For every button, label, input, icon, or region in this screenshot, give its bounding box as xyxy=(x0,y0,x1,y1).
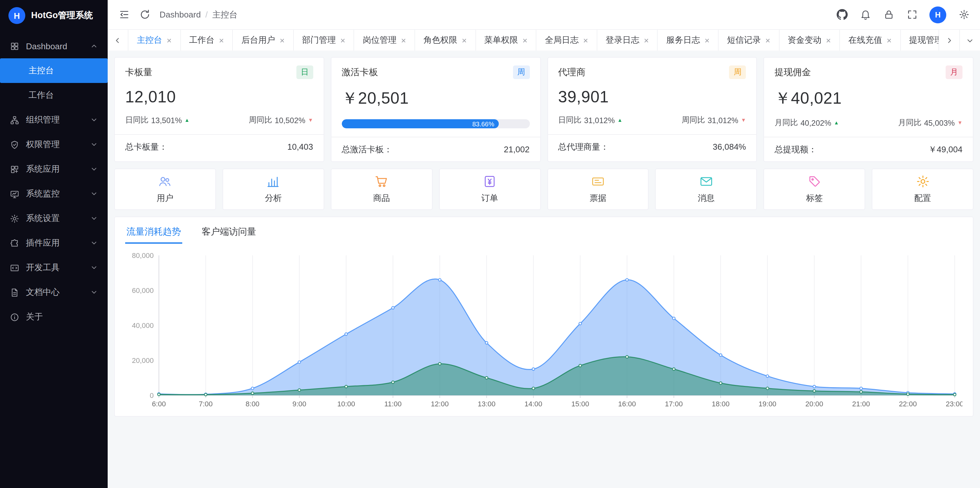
svg-text:80,000: 80,000 xyxy=(132,252,154,260)
close-icon[interactable]: × xyxy=(583,36,588,44)
sidebar-item-8[interactable]: 文档中心 xyxy=(0,280,108,304)
shortcut-3[interactable]: 订单 xyxy=(439,168,541,210)
tab-10[interactable]: 短信记录× xyxy=(719,30,779,51)
period-badge: 周 xyxy=(729,65,746,79)
shortcut-5[interactable]: 消息 xyxy=(655,168,757,210)
svg-text:19:00: 19:00 xyxy=(759,400,776,408)
fullscreen-icon[interactable] xyxy=(906,9,918,21)
svg-text:11:00: 11:00 xyxy=(384,400,401,408)
metric-up: 日同比 31,012% ▲ xyxy=(558,115,623,126)
tab-1[interactable]: 工作台× xyxy=(181,30,233,51)
trend-down-icon: ▼ xyxy=(957,120,963,126)
tab-label: 部门管理 xyxy=(302,34,336,46)
close-icon[interactable]: × xyxy=(826,36,831,44)
topbar: Dashboard / 主控台 H xyxy=(108,0,980,30)
svg-text:13:00: 13:00 xyxy=(478,400,495,408)
close-icon[interactable]: × xyxy=(401,36,406,44)
close-icon[interactable]: × xyxy=(280,36,285,44)
shortcut-4[interactable]: 票据 xyxy=(547,168,649,210)
tabs-scroll-right-button[interactable] xyxy=(939,30,959,51)
app-logo[interactable]: H HotGo管理系统 xyxy=(0,0,108,31)
tab-0[interactable]: 主控台× xyxy=(129,30,181,51)
stat-card-title: 代理商 xyxy=(558,67,585,78)
shortcut-1[interactable]: 分析 xyxy=(223,168,324,210)
close-icon[interactable]: × xyxy=(887,36,891,44)
tab-3[interactable]: 部门管理× xyxy=(294,30,355,51)
stat-cards-row: 卡板量 日 12,010 日同比 13,501% ▲ 周同比 10,502% ▼… xyxy=(114,57,974,162)
shortcut-2[interactable]: 商品 xyxy=(331,168,433,210)
tab-9[interactable]: 服务日志× xyxy=(658,30,719,51)
notifications-bell-icon[interactable] xyxy=(859,9,871,21)
tag-icon xyxy=(807,174,821,189)
svg-text:9:00: 9:00 xyxy=(293,400,307,408)
sidebar-item-label: 开发工具 xyxy=(26,262,84,274)
tab-12[interactable]: 在线充值× xyxy=(840,30,900,51)
main-column: Dashboard / 主控台 H xyxy=(108,0,980,488)
github-icon[interactable] xyxy=(836,9,848,21)
stat-card-2: 代理商 周 39,901 日同比 31,012% ▲ 周同比 31,012% ▼… xyxy=(547,57,757,162)
close-icon[interactable]: × xyxy=(522,36,527,44)
page-content: 卡板量 日 12,010 日同比 13,501% ▲ 周同比 10,502% ▼… xyxy=(108,51,980,488)
close-icon[interactable]: × xyxy=(340,36,345,44)
close-icon[interactable]: × xyxy=(765,36,770,44)
sidebar-item-4[interactable]: 系统监控 xyxy=(0,181,108,206)
sidebar-item-2[interactable]: 权限管理 xyxy=(0,132,108,157)
chevron-down-icon xyxy=(90,116,98,124)
tab-5[interactable]: 角色权限× xyxy=(415,30,476,51)
refresh-icon[interactable] xyxy=(139,9,151,21)
chevron-down-icon xyxy=(90,190,98,198)
ticket-icon xyxy=(591,174,605,189)
tabs-scroll-left-button[interactable] xyxy=(108,30,129,51)
shortcut-7[interactable]: 配置 xyxy=(872,168,974,210)
sidebar-item-label: 系统应用 xyxy=(26,163,84,175)
traffic-trend-chart: 020,00040,00060,00080,0006:007:008:009:0… xyxy=(125,249,963,412)
tab-2[interactable]: 后台用户× xyxy=(233,30,293,51)
settings-gear-icon[interactable] xyxy=(958,9,970,21)
tab-4[interactable]: 岗位管理× xyxy=(355,30,415,51)
svg-text:15:00: 15:00 xyxy=(571,400,589,408)
tab-8[interactable]: 登录日志× xyxy=(597,30,658,51)
user-avatar[interactable]: H xyxy=(929,6,946,23)
metric-down: 月同比 45,003% ▼ xyxy=(898,117,963,128)
lock-screen-icon[interactable] xyxy=(883,9,894,21)
sidebar-item-label: 插件应用 xyxy=(26,237,84,249)
sidebar-subitem-0-1[interactable]: 工作台 xyxy=(0,83,108,108)
shortcut-0[interactable]: 用户 xyxy=(114,168,216,210)
sidebar-item-0[interactable]: Dashboard xyxy=(0,34,108,58)
footer-label: 总激活卡板： xyxy=(342,144,392,155)
svg-text:23:00: 23:00 xyxy=(946,400,963,408)
sidebar-item-9[interactable]: 关于 xyxy=(0,304,108,329)
sidebar-item-3[interactable]: 系统应用 xyxy=(0,157,108,181)
sidebar-item-7[interactable]: 开发工具 xyxy=(0,255,108,280)
tab-6[interactable]: 菜单权限× xyxy=(476,30,536,51)
sidebar-item-5[interactable]: 系统设置 xyxy=(0,206,108,231)
shortcut-6[interactable]: 标签 xyxy=(764,168,865,210)
shield-icon xyxy=(10,139,19,149)
close-icon[interactable]: × xyxy=(462,36,467,44)
period-badge: 日 xyxy=(296,65,313,79)
shortcut-label: 用户 xyxy=(157,192,173,204)
tab-7[interactable]: 全局日志× xyxy=(536,30,597,51)
devtools-icon xyxy=(10,263,19,273)
breadcrumb: Dashboard / 主控台 xyxy=(159,9,237,21)
close-icon[interactable]: × xyxy=(219,36,224,44)
sidebar-item-1[interactable]: 组织管理 xyxy=(0,108,108,132)
sidebar-item-6[interactable]: 插件应用 xyxy=(0,231,108,255)
sidebar-subitem-0-0[interactable]: 主控台 xyxy=(0,58,108,83)
tabs-menu-dropdown-button[interactable] xyxy=(959,30,980,51)
chart-tab-0[interactable]: 流量消耗趋势 xyxy=(125,225,182,244)
chart-tab-1[interactable]: 客户端访问量 xyxy=(200,225,258,244)
collapse-sidebar-icon[interactable] xyxy=(118,9,130,21)
tab-13[interactable]: 提现管理× xyxy=(900,30,939,51)
close-icon[interactable]: × xyxy=(644,36,649,44)
close-icon[interactable]: × xyxy=(705,36,710,44)
stat-card-title: 卡板量 xyxy=(125,67,153,78)
tab-label: 角色权限 xyxy=(423,34,457,46)
chevron-up-icon xyxy=(90,42,98,50)
users-icon xyxy=(158,174,172,189)
tab-label: 短信记录 xyxy=(727,34,761,46)
trend-up-icon: ▲ xyxy=(185,117,190,123)
close-icon[interactable]: × xyxy=(167,36,172,44)
tab-11[interactable]: 资金变动× xyxy=(779,30,840,51)
breadcrumb-root[interactable]: Dashboard xyxy=(159,10,201,19)
